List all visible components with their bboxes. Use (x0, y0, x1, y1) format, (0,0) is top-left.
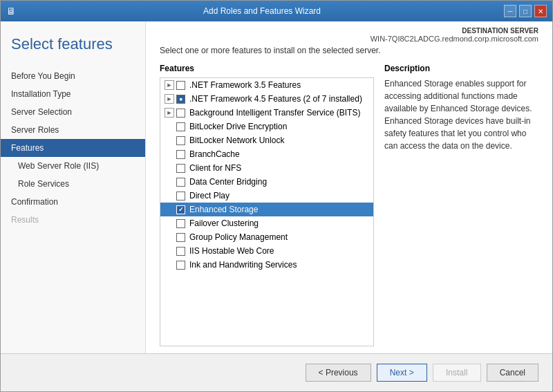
checkbox-bits[interactable] (176, 109, 185, 118)
content-area: Select features Before You Begin Install… (1, 21, 552, 353)
expand-enhanced-storage (165, 205, 174, 214)
expand-net35[interactable]: ► (165, 80, 174, 90)
instruction-text: Select one or more features to install o… (160, 46, 538, 55)
expand-failover-clustering (165, 218, 174, 228)
expand-net45[interactable]: ► (165, 94, 174, 104)
feature-bits[interactable]: ► Background Intelligent Transfer Servic… (160, 106, 373, 120)
expand-dcb (165, 177, 174, 187)
checkbox-failover-clustering[interactable] (176, 219, 185, 228)
horizontal-scrollbar[interactable]: ◄ ► (160, 346, 373, 346)
checkbox-iis-hostable[interactable] (176, 247, 185, 256)
next-button[interactable]: Next > (377, 364, 427, 382)
description-label: Description (384, 64, 538, 73)
close-button[interactable]: ✕ (534, 5, 547, 17)
feature-label-iis-hostable: IIS Hostable Web Core (189, 246, 274, 256)
checkbox-enhanced-storage[interactable] (176, 205, 185, 214)
window-title: Add Roles and Features Wizard (20, 6, 504, 16)
feature-label-failover-clustering: Failover Clustering (189, 218, 259, 228)
destination-server-label: DESTINATION SERVER (160, 27, 538, 35)
expand-iis-hostable (165, 246, 174, 256)
wizard-window: 🖥 Add Roles and Features Wizard ─ □ ✕ Se… (0, 0, 553, 392)
feature-group-policy[interactable]: Group Policy Management (160, 230, 373, 244)
feature-label-dcb: Data Center Bridging (189, 177, 267, 187)
footer: < Previous Next > Install Cancel (1, 353, 552, 391)
sidebar-item-installation-type[interactable]: Installation Type (1, 85, 145, 103)
description-panel: Description Enhanced Storage enables sup… (384, 64, 538, 346)
feature-direct-play[interactable]: Direct Play (160, 189, 373, 203)
titlebar: 🖥 Add Roles and Features Wizard ─ □ ✕ (1, 1, 552, 21)
feature-label-branchcache: BranchCache (189, 149, 240, 159)
feature-bitlocker[interactable]: BitLocker Drive Encryption (160, 120, 373, 133)
checkbox-group-policy[interactable] (176, 233, 185, 242)
expand-bits[interactable]: ► (165, 108, 174, 118)
feature-branchcache[interactable]: BranchCache (160, 147, 373, 161)
previous-button[interactable]: < Previous (306, 364, 371, 382)
sidebar-header: Select features (1, 28, 145, 67)
feature-ink-handwriting[interactable]: Ink and Handwriting Services (160, 258, 373, 272)
feature-label-net35: .NET Framework 3.5 Features (189, 80, 301, 90)
expand-bitlocker-network (165, 136, 174, 145)
expand-bitlocker (165, 122, 174, 131)
checkbox-net35[interactable] (176, 81, 185, 90)
features-list-container: ► .NET Framework 3.5 Features ► .NET Fra… (160, 77, 374, 346)
feature-label-enhanced-storage: Enhanced Storage (189, 205, 258, 214)
feature-enhanced-storage[interactable]: Enhanced Storage (160, 203, 373, 216)
destination-server-info: DESTINATION SERVER WIN-7QI8C2LADCG.redmo… (146, 21, 552, 46)
feature-failover-clustering[interactable]: Failover Clustering (160, 216, 373, 230)
feature-label-direct-play: Direct Play (189, 191, 229, 200)
sidebar-item-features[interactable]: Features (1, 139, 145, 157)
feature-label-bits: Background Intelligent Transfer Service … (189, 108, 360, 118)
feature-label-bitlocker-network: BitLocker Network Unlock (189, 136, 284, 145)
features-label: Features (160, 64, 374, 73)
sidebar-item-results: Results (1, 211, 145, 229)
checkbox-bitlocker-network[interactable] (176, 136, 185, 145)
features-panel: Features ► .NET Framework 3.5 Features (160, 64, 374, 346)
checkbox-bitlocker[interactable] (176, 122, 185, 131)
minimize-button[interactable]: ─ (504, 5, 516, 17)
checkbox-net45[interactable] (176, 95, 185, 104)
checkbox-dcb[interactable] (176, 178, 185, 187)
features-area: Features ► .NET Framework 3.5 Features (160, 64, 538, 346)
main-content: DESTINATION SERVER WIN-7QI8C2LADCG.redmo… (146, 21, 552, 353)
feature-label-ink-handwriting: Ink and Handwriting Services (189, 260, 297, 270)
window-controls: ─ □ ✕ (504, 5, 547, 17)
feature-iis-hostable[interactable]: IIS Hostable Web Core (160, 244, 373, 258)
feature-label-bitlocker: BitLocker Drive Encryption (189, 122, 287, 131)
feature-net35[interactable]: ► .NET Framework 3.5 Features (160, 78, 373, 92)
feature-label-net45: .NET Framework 4.5 Features (2 of 7 inst… (189, 94, 362, 104)
feature-net45[interactable]: ► .NET Framework 4.5 Features (2 of 7 in… (160, 92, 373, 106)
feature-bitlocker-network[interactable]: BitLocker Network Unlock (160, 133, 373, 147)
checkbox-direct-play[interactable] (176, 192, 185, 200)
maximize-button[interactable]: □ (519, 5, 532, 17)
description-text: Enhanced Storage enables support for acc… (384, 77, 538, 152)
expand-client-nfs (165, 163, 174, 173)
checkbox-client-nfs[interactable] (176, 164, 185, 173)
main-body: Select one or more features to install o… (146, 46, 552, 353)
sidebar-item-server-roles[interactable]: Server Roles (1, 121, 145, 139)
expand-branchcache (165, 149, 174, 159)
expand-ink-handwriting (165, 260, 174, 270)
feature-label-group-policy: Group Policy Management (189, 232, 288, 242)
features-list[interactable]: ► .NET Framework 3.5 Features ► .NET Fra… (160, 78, 373, 346)
sidebar-item-server-selection[interactable]: Server Selection (1, 103, 145, 121)
checkbox-branchcache[interactable] (176, 150, 185, 159)
destination-server-name: WIN-7QI8C2LADCG.redmond.corp.microsoft.c… (160, 35, 538, 43)
cancel-button[interactable]: Cancel (487, 364, 538, 382)
window-icon: 🖥 (6, 6, 16, 17)
install-button[interactable]: Install (433, 364, 481, 382)
feature-client-nfs[interactable]: Client for NFS (160, 161, 373, 175)
expand-group-policy (165, 232, 174, 242)
checkbox-ink-handwriting[interactable] (176, 261, 185, 270)
expand-direct-play (165, 191, 174, 200)
sidebar-item-before-you-begin[interactable]: Before You Begin (1, 67, 145, 85)
sidebar-item-role-services[interactable]: Role Services (1, 175, 145, 193)
sidebar-item-confirmation[interactable]: Confirmation (1, 193, 145, 211)
sidebar-item-web-server-role[interactable]: Web Server Role (IIS) (1, 157, 145, 175)
sidebar: Select features Before You Begin Install… (1, 21, 146, 353)
feature-dcb[interactable]: Data Center Bridging (160, 175, 373, 189)
feature-label-client-nfs: Client for NFS (189, 163, 241, 173)
